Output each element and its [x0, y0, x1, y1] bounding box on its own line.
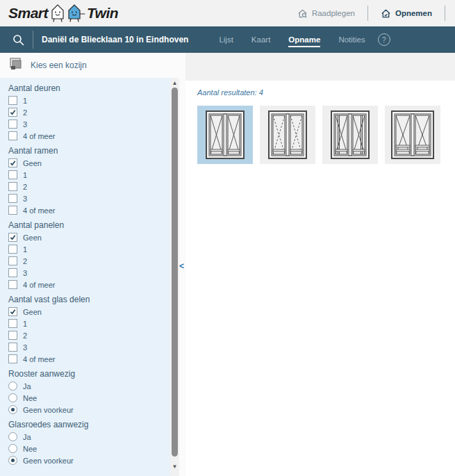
- checkbox-control[interactable]: [8, 131, 17, 140]
- radio-rooster-aanwezig-geen-voorkeur[interactable]: Geen voorkeur: [8, 404, 161, 416]
- checkbox-control[interactable]: [8, 307, 17, 316]
- filter-section-title: Rooster aanwezig: [8, 365, 161, 380]
- sidebar-title: Kies een kozijn: [31, 60, 87, 70]
- action-opnemen-button[interactable]: Opnemen: [378, 8, 435, 19]
- checkbox-control[interactable]: [8, 331, 17, 340]
- radio-rooster-aanwezig-ja[interactable]: Ja: [8, 380, 161, 392]
- kozijn-icon: [8, 57, 24, 74]
- smart-twin-app: Smart: [0, 0, 455, 476]
- logo-text-twin: Twin: [87, 3, 118, 24]
- filter-section: Glasroedes aanwezig Ja Nee Geen voorkeur: [8, 416, 161, 466]
- checkbox-aantal-vast-glas-delen-4-of-meer[interactable]: 4 of meer: [8, 353, 161, 365]
- checkbox-aantal-panelen-3[interactable]: 3: [8, 267, 161, 279]
- radio-control[interactable]: [8, 444, 17, 453]
- sidebar-header: Kies een kozijn: [0, 53, 179, 78]
- main-top-strip: [185, 53, 455, 81]
- filter-section: Aantal panelen Geen 1 2 3 4 of meer: [8, 216, 161, 290]
- scrollbar-thumb[interactable]: [172, 88, 178, 457]
- header-divider: [367, 6, 368, 21]
- checkbox-aantal-vast-glas-delen-1[interactable]: 1: [8, 318, 161, 329]
- logo-text-smart: Smart: [8, 3, 48, 24]
- checkbox-aantal-panelen-1[interactable]: 1: [8, 243, 161, 255]
- result-double-door-sidelights[interactable]: [322, 106, 378, 164]
- result-double-door-solid-x[interactable]: [197, 106, 253, 164]
- navbar: Daniël de Bliecklaan 10 in Eindhoven Lij…: [0, 26, 455, 53]
- filter-section-title: Aantal deuren: [8, 79, 161, 95]
- checkbox-control[interactable]: [8, 96, 17, 105]
- scroll-up-icon[interactable]: ▲: [170, 79, 179, 87]
- house-search-icon: [297, 8, 308, 19]
- checkbox-aantal-ramen-4-of-meer[interactable]: 4 of meer: [8, 204, 161, 216]
- sidebar-scrollbar[interactable]: ▲ ▼: [170, 78, 179, 476]
- checkbox-aantal-panelen-geen[interactable]: Geen: [8, 231, 161, 243]
- tab-notities[interactable]: Notities: [338, 33, 365, 47]
- checkbox-control[interactable]: [8, 120, 17, 129]
- results-count-label: Aantal resultaten: 4: [197, 88, 455, 97]
- checkbox-aantal-vast-glas-delen-3[interactable]: 3: [8, 341, 161, 353]
- checkbox-control[interactable]: [8, 354, 17, 363]
- checkbox-aantal-deuren-1[interactable]: 1: [8, 95, 161, 106]
- nav-divider: [33, 31, 33, 49]
- radio-control[interactable]: [8, 432, 17, 441]
- radio-glasroedes-aanwezig-nee[interactable]: Nee: [8, 443, 161, 454]
- radio-control[interactable]: [8, 393, 17, 402]
- radio-rooster-aanwezig-nee[interactable]: Nee: [8, 392, 161, 404]
- checkbox-aantal-deuren-2[interactable]: 2: [8, 106, 161, 118]
- checkbox-control[interactable]: [8, 158, 17, 167]
- result-double-door-dashed-x[interactable]: [260, 106, 315, 164]
- checkbox-aantal-ramen-2[interactable]: 2: [8, 181, 161, 192]
- checkbox-aantal-panelen-4-of-meer[interactable]: 4 of meer: [8, 279, 161, 290]
- checkbox-control[interactable]: [8, 194, 17, 203]
- scroll-down-icon[interactable]: ▼: [170, 462, 179, 470]
- filter-section: Aantal vast glas delen Geen 1 2 3 4 of m…: [8, 290, 161, 365]
- checkbox-control[interactable]: [8, 268, 17, 277]
- checkbox-control[interactable]: [8, 108, 17, 117]
- search-icon[interactable]: [13, 34, 24, 46]
- filter-section-title: Aantal vast glas delen: [8, 290, 161, 306]
- filter-section-title: Aantal panelen: [8, 216, 161, 231]
- checkbox-control[interactable]: [8, 245, 17, 254]
- radio-control[interactable]: [8, 456, 17, 465]
- results-area: Aantal resultaten: 4: [185, 53, 455, 476]
- tab-opname[interactable]: Opname: [288, 33, 320, 47]
- result-double-door-double-bars[interactable]: [385, 106, 440, 164]
- checkbox-aantal-panelen-2[interactable]: 2: [8, 255, 161, 267]
- checkbox-aantal-vast-glas-delen-geen[interactable]: Geen: [8, 306, 161, 318]
- help-icon[interactable]: ?: [378, 33, 390, 46]
- filter-section: Aantal deuren 1 2 3 4 of meer: [8, 79, 161, 142]
- action-raadplegen-button[interactable]: Raadplegen: [295, 8, 358, 19]
- address-label: Daniël de Bliecklaan 10 in Eindhoven: [42, 35, 188, 44]
- checkbox-aantal-ramen-3[interactable]: 3: [8, 192, 161, 204]
- checkbox-control[interactable]: [8, 280, 17, 289]
- filter-section-title: Aantal ramen: [8, 142, 161, 157]
- checkbox-aantal-deuren-4-of-meer[interactable]: 4 of meer: [8, 130, 161, 142]
- radio-glasroedes-aanwezig-ja[interactable]: Ja: [8, 431, 161, 443]
- filter-section: Aantal ramen Geen 1 2 3 4 of meer: [8, 142, 161, 216]
- header-divider: [445, 6, 445, 21]
- checkbox-control[interactable]: [8, 182, 17, 191]
- checkbox-control[interactable]: [8, 233, 17, 242]
- nav-tabs: Lijst Kaart Opname Notities: [219, 33, 365, 47]
- checkbox-control[interactable]: [8, 343, 17, 352]
- checkbox-aantal-deuren-3[interactable]: 3: [8, 118, 161, 130]
- filter-sidebar: Kies een kozijn Aantal deuren 1 2 3 4 of…: [0, 53, 179, 476]
- checkbox-aantal-ramen-geen[interactable]: Geen: [8, 157, 161, 169]
- checkbox-aantal-vast-glas-delen-2[interactable]: 2: [8, 329, 161, 341]
- sidebar-collapse-gutter: <: [179, 53, 185, 476]
- content: Kies een kozijn Aantal deuren 1 2 3 4 of…: [0, 53, 455, 476]
- radio-control[interactable]: [8, 381, 17, 391]
- checkbox-aantal-ramen-1[interactable]: 1: [8, 169, 161, 181]
- filter-section: Rooster aanwezig Ja Nee Geen voorkeur: [8, 365, 161, 416]
- tab-lijst[interactable]: Lijst: [219, 33, 233, 47]
- checkbox-control[interactable]: [8, 170, 17, 179]
- header-actions: Raadplegen Opnemen: [295, 0, 455, 26]
- app-logo[interactable]: Smart: [8, 3, 118, 24]
- radio-control[interactable]: [8, 405, 17, 414]
- radio-glasroedes-aanwezig-geen-voorkeur[interactable]: Geen voorkeur: [8, 454, 161, 466]
- checkbox-control[interactable]: [8, 319, 17, 328]
- collapse-sidebar-icon[interactable]: <: [179, 261, 184, 271]
- result-tiles: [197, 106, 455, 164]
- checkbox-control[interactable]: [8, 256, 17, 265]
- tab-kaart[interactable]: Kaart: [251, 33, 271, 47]
- checkbox-control[interactable]: [8, 206, 17, 215]
